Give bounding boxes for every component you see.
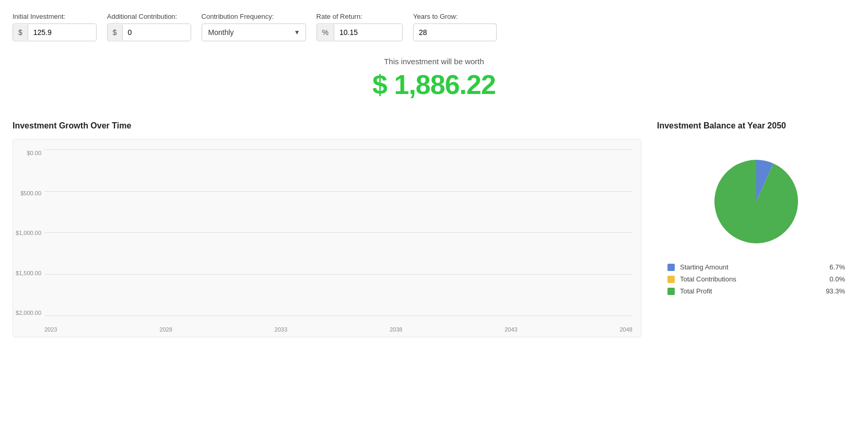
legend-label: Total Profit [680,287,819,295]
years-to-grow-input[interactable] [413,23,497,41]
rate-of-return-prefix: % [317,25,334,40]
rate-of-return-label: Rate of Return: [316,13,403,20]
bar-chart-container: $2,000.00$1,500.00$1,000.00$500.00$0.00 … [13,139,641,337]
bar-group [213,150,232,316]
legend-row: Starting Amount6.7% [667,263,845,271]
y-axis-label: $500.00 [13,190,41,196]
bar-group [360,150,380,316]
bar-group [171,150,190,316]
y-axis-label: $1,500.00 [13,270,41,276]
bar-group [487,150,506,316]
bar-group [403,150,422,316]
summary-section: This investment will be worth $ 1,886.22 [13,57,855,100]
legend-swatch [667,276,675,283]
bar-group [318,150,337,316]
bar-group [613,150,632,316]
y-axis-label: $1,000.00 [13,230,41,236]
bar-group [150,150,169,316]
initial-investment-prefix: $ [13,25,28,40]
summary-value: $ 1,886.22 [13,69,855,100]
bar-group [381,150,401,316]
bar-group [466,150,485,316]
initial-investment-label: Initial Investment: [13,13,97,20]
summary-label: This investment will be worth [13,57,855,66]
legend-label: Total Contributions [680,275,819,283]
bar-group [508,150,527,316]
legend-pct: 93.3% [824,287,845,295]
bar-group [529,150,548,316]
rate-of-return-input[interactable] [334,24,402,41]
y-axis-label: $2,000.00 [13,310,41,316]
contribution-frequency-group: Contribution Frequency: Monthly ▼ Monthl… [202,13,306,41]
legend-pct: 6.7% [824,263,845,271]
x-axis-label: 2048 [619,326,632,333]
bars-area [44,150,632,316]
contribution-frequency-select-wrapper[interactable]: Monthly ▼ Monthly Annually Weekly [202,23,306,41]
contribution-frequency-label: Contribution Frequency: [202,13,306,20]
pie-chart-section: Investment Balance at Year 2050 Starting… [657,121,855,310]
bar-group [571,150,590,316]
bar-group [276,150,296,316]
bar-group [108,150,127,316]
pie-svg [709,155,803,249]
additional-contribution-label: Additional Contribution: [107,13,191,20]
bar-chart-section: Investment Growth Over Time $2,000.00$1,… [13,121,641,337]
pie-svg-wrapper [709,155,803,251]
legend-row: Total Contributions0.0% [667,275,845,283]
rate-of-return-field-wrapper: % [316,23,403,41]
legend-swatch [667,288,675,295]
bar-group [592,150,612,316]
legend-label: Starting Amount [680,263,819,271]
bar-group [44,150,64,316]
x-axis-label: 2023 [44,326,57,333]
bar-group [192,150,211,316]
bar-group [65,150,85,316]
legend-swatch [667,264,675,271]
additional-contribution-group: Additional Contribution: $ [107,13,191,41]
pie-container: Starting Amount6.7%Total Contributions0.… [657,139,855,310]
bar-group [234,150,253,316]
additional-contribution-field-wrapper: $ [107,23,191,41]
bar-group [297,150,316,316]
bar-group [339,150,359,316]
pie-chart-title: Investment Balance at Year 2050 [657,121,855,131]
years-to-grow-group: Years to Grow: [413,13,497,41]
charts-row: Investment Growth Over Time $2,000.00$1,… [13,121,855,337]
y-axis-label: $0.00 [13,150,41,156]
y-axis: $2,000.00$1,500.00$1,000.00$500.00$0.00 [13,150,43,316]
years-to-grow-label: Years to Grow: [413,13,497,20]
bar-group [255,150,274,316]
rate-of-return-group: Rate of Return: % [316,13,403,41]
additional-contribution-input[interactable] [123,24,191,41]
legend-row: Total Profit93.3% [667,287,845,295]
x-axis-label: 2033 [275,326,287,333]
additional-contribution-prefix: $ [108,25,123,40]
bar-chart-title: Investment Growth Over Time [13,121,641,131]
x-axis-label: 2038 [390,326,402,333]
bar-group [128,150,148,316]
x-axis-label: 2028 [159,326,172,333]
legend-pct: 0.0% [824,275,845,283]
initial-investment-field-wrapper: $ [13,23,97,41]
bar-group [87,150,106,316]
x-axis: 202320282033203820432048 [44,326,632,333]
bar-group [550,150,569,316]
bar-group [444,150,464,316]
x-axis-label: 2043 [505,326,517,333]
pie-legend: Starting Amount6.7%Total Contributions0.… [667,263,845,299]
bar-group [424,150,443,316]
inputs-row: Initial Investment: $ Additional Contrib… [13,13,855,41]
initial-investment-group: Initial Investment: $ [13,13,97,41]
initial-investment-input[interactable] [28,24,96,41]
